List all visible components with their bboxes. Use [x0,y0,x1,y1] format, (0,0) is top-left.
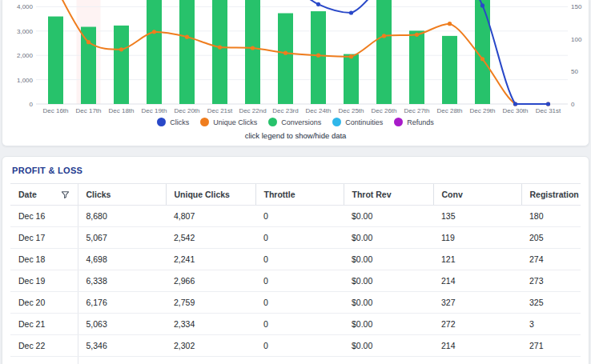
table-row: Dec 215,0632,3340$0.002723 [10,314,581,335]
data-point [86,40,90,44]
table-row: Dec 184,6982,2410$0.00121274 [10,249,581,270]
data-point [415,33,419,37]
data-point [152,30,156,34]
row-date-cell: Dec 17 [10,227,78,249]
table-row-partial [10,357,581,364]
profit-loss-card: PROFIT & LOSS DateClicksUnique ClicksThr… [2,156,589,364]
data-point [480,3,484,7]
row-cell: 272 [433,314,521,335]
row-cell: 121 [433,249,521,270]
bar-Dec 28th [442,36,457,104]
x-axis-label: Dec 21st [207,107,233,114]
data-point [349,54,353,58]
table-row: Dec 168,6804,8070$0.00135180 [10,206,581,227]
column-header-date: Date [10,184,78,206]
table-row: Dec 206,1762,7590$0.00327325 [10,292,581,314]
bar-Dec 19th [147,0,162,104]
row-cell: 3 [521,314,581,335]
row-cell: $0.00 [344,292,433,314]
row-date-cell: Dec 16 [10,206,78,227]
row-cell: 119 [433,227,521,249]
legend-dot-icon [332,118,341,126]
table-row: Dec 196,3382,9660$0.00214273 [10,270,581,292]
legend-label: Continuities [345,118,383,126]
pl-table-body: Dec 168,6804,8070$0.00135180Dec 175,0672… [10,206,581,364]
row-cell: 274 [521,249,581,270]
data-point [480,57,484,61]
right-axis-tick: 100 [571,36,582,43]
filter-icon[interactable] [61,190,70,199]
row-date-cell: Dec 18 [10,249,78,270]
table-row: Dec 225,3462,3020$0.00214271 [10,335,581,357]
row-cell: 2,241 [166,249,255,270]
data-point [382,34,386,38]
legend-item-continuities[interactable]: Continuities [332,118,383,126]
column-header-clicks: Clicks [78,184,166,206]
row-cell: 2,542 [166,227,255,249]
data-point [185,35,189,39]
legend-item-clicks[interactable]: Clicks [157,118,189,126]
bar-Dec 25th [344,54,359,104]
row-cell: 0 [255,314,344,335]
bar-Dec 27th [409,30,424,104]
column-header-throt-rev: Throt Rev [344,184,433,206]
x-axis-label: Dec 16th [42,107,68,114]
data-point [119,47,123,51]
bar-Dec 16th [48,17,63,104]
profit-loss-table: DateClicksUnique ClicksThrottleThrot Rev… [10,183,581,364]
line-clicks [56,0,549,104]
row-cell: 0 [255,206,344,227]
row-cell: 5,063 [78,314,166,335]
left-axis-tick: 1,000 [17,77,34,84]
x-axis-label: Dec 28th [436,107,462,114]
row-date-cell: Dec 22 [10,335,78,357]
left-axis-tick: 4,000 [17,3,34,10]
row-cell: 273 [521,270,581,292]
row-cell: $0.00 [344,314,433,335]
data-point [218,45,222,49]
bar-Dec 20th [179,0,195,104]
row-cell: 0 [255,227,344,249]
x-axis-label: Dec 19th [141,107,167,114]
data-point [546,102,550,106]
row-date-cell: Dec 20 [10,292,78,314]
bar-Dec 24th [311,11,326,104]
combo-chart[interactable]: 01,0002,0003,0004,000050100150Dec 16thDe… [2,0,589,117]
legend-item-unique-clicks[interactable]: Unique Clicks [200,118,257,126]
legend-dot-icon [268,118,277,126]
row-cell: 180 [521,206,581,227]
row-cell: 8,680 [78,206,166,227]
data-point [513,102,517,106]
left-axis-tick: 0 [30,101,34,108]
legend-item-conversions[interactable]: Conversions [268,118,321,126]
row-cell: $0.00 [344,206,433,227]
x-axis-label: Dec 27th [404,107,429,114]
row-date-cell: Dec 21 [10,314,78,335]
row-cell: 135 [433,206,521,227]
data-point [349,10,353,14]
row-cell: $0.00 [344,270,433,292]
x-axis-label: Dec 22nd [239,107,266,114]
legend-hint-text: click legend to show/hide data [2,131,589,140]
row-cell: 205 [521,227,581,249]
legend-label: Unique Clicks [213,118,257,126]
row-cell: 0 [255,335,344,357]
column-header-label: Date [18,190,37,199]
row-cell: 6,176 [78,292,166,314]
x-axis-label: Dec 25th [338,107,364,114]
row-cell: 4,698 [78,249,166,270]
right-axis-tick: 150 [571,3,582,10]
row-cell: 0 [255,270,344,292]
left-axis-tick: 2,000 [17,52,34,59]
x-axis-label: Dec 23rd [272,107,298,114]
row-cell: $0.00 [344,249,433,270]
table-row: Dec 175,0672,5420$0.00119205 [10,227,581,249]
bar-Dec 17th [81,27,96,104]
profit-loss-title: PROFIT & LOSS [2,157,589,183]
legend-label: Conversions [281,118,321,126]
row-cell: 6,338 [78,270,166,292]
legend-item-refunds[interactable]: Refunds [394,118,434,126]
data-point [251,46,255,50]
x-axis-label: Dec 24th [305,107,331,114]
row-cell: 0 [255,249,344,270]
